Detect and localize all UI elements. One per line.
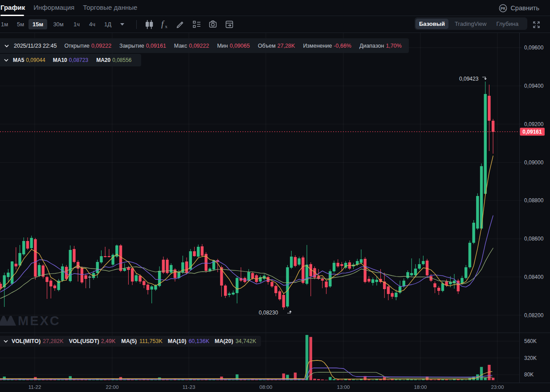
svg-text:0,08200: 0,08200 <box>524 312 544 318</box>
svg-text:22:00: 22:00 <box>106 384 119 390</box>
svg-text:0,09000: 0,09000 <box>524 159 544 166</box>
svg-text:0,09161: 0,09161 <box>522 129 542 135</box>
svg-text:0,09423: 0,09423 <box>459 76 479 82</box>
svg-text:11-23: 11-23 <box>183 384 196 390</box>
svg-text:80K: 80K <box>524 372 534 378</box>
svg-text:0,08400: 0,08400 <box>524 274 544 280</box>
svg-text:0,09400: 0,09400 <box>524 83 544 89</box>
svg-text:23:00: 23:00 <box>491 384 504 390</box>
svg-text:0,08230: 0,08230 <box>259 310 278 316</box>
svg-text:x: x <box>165 23 168 29</box>
svg-text:0,09200: 0,09200 <box>524 121 544 127</box>
svg-text:11-22: 11-22 <box>29 384 41 390</box>
svg-text:f: f <box>161 20 165 29</box>
svg-text:13:00: 13:00 <box>337 384 350 390</box>
svg-text:MEXC: MEXC <box>18 314 61 328</box>
svg-text:0,08600: 0,08600 <box>524 236 544 242</box>
svg-text:РК: РК <box>501 6 506 10</box>
svg-text:0,09600: 0,09600 <box>524 45 544 51</box>
svg-text:0,08800: 0,08800 <box>524 197 544 204</box>
svg-text:08:00: 08:00 <box>260 384 273 390</box>
svg-text:560K: 560K <box>524 338 537 344</box>
svg-text:18:00: 18:00 <box>414 384 427 390</box>
svg-text:320K: 320K <box>524 355 537 361</box>
